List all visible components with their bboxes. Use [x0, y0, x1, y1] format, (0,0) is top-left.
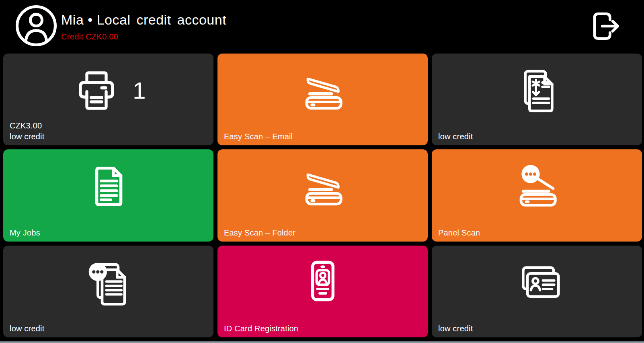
- tile-id-card-copy[interactable]: low credit: [432, 246, 642, 337]
- tile-title: Easy Scan – Email: [224, 131, 293, 142]
- document-icon: [83, 161, 134, 212]
- title-separator: •: [88, 12, 92, 27]
- tile-title: Easy Scan – Folder: [224, 227, 295, 238]
- user-avatar-icon: [14, 4, 58, 48]
- pending-jobs-count: 1: [133, 79, 146, 102]
- logout-button[interactable]: [585, 6, 623, 46]
- tile-print[interactable]: 1 CZK3.00 low credit: [3, 54, 213, 145]
- tile-easy-scan-email[interactable]: Easy Scan – Email: [217, 54, 428, 145]
- credit-balance: Credit CZK0.00: [61, 32, 118, 41]
- print-all-documents-icon: [511, 65, 563, 116]
- tile-easy-scan-folder[interactable]: Easy Scan – Folder: [217, 149, 428, 241]
- action-tile-grid: 1 CZK3.00 low credit Easy Scan – Email: [3, 54, 642, 337]
- documents-chat-icon: [83, 257, 134, 308]
- tile-my-jobs[interactable]: My Jobs: [3, 149, 213, 241]
- id-badge-icon: [297, 257, 349, 308]
- scanner-chat-icon: [511, 161, 563, 212]
- id-cards-icon: [511, 257, 563, 308]
- tile-status: low credit: [10, 131, 44, 142]
- tile-title: ID Card Registration: [224, 323, 298, 334]
- tile-title: Panel Scan: [438, 227, 480, 238]
- page-title: Mia•Local credit account: [61, 12, 226, 28]
- header: Mia•Local credit account Credit CZK0.00: [0, 0, 644, 54]
- tile-status: low credit: [438, 131, 473, 142]
- tile-status: low credit: [10, 323, 44, 334]
- account-type: Local credit account: [97, 12, 226, 27]
- tile-copy[interactable]: low credit: [3, 246, 213, 337]
- user-name: Mia: [61, 12, 84, 27]
- scanner-icon: [297, 65, 349, 116]
- bottom-edge-bar: [0, 341, 644, 343]
- printer-icon: [71, 65, 122, 116]
- tile-title: My Jobs: [10, 227, 40, 238]
- tile-price: CZK3.00: [10, 120, 44, 131]
- tile-id-card-registration[interactable]: ID Card Registration: [217, 246, 428, 337]
- tile-status: low credit: [438, 323, 473, 334]
- tile-panel-scan[interactable]: Panel Scan: [432, 149, 642, 241]
- tile-print-all[interactable]: low credit: [432, 54, 642, 145]
- scanner-icon: [297, 161, 349, 212]
